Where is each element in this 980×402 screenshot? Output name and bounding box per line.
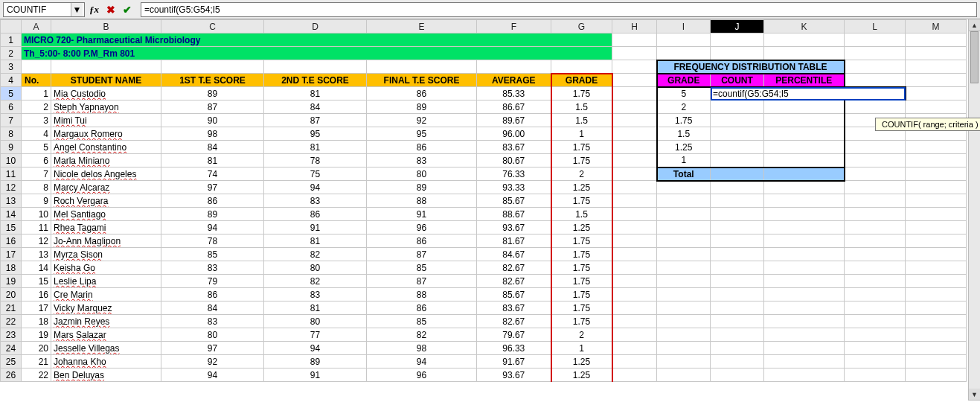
cell-G7[interactable]: 1.5: [551, 114, 612, 127]
cell-M3[interactable]: [906, 60, 967, 74]
cell-A7[interactable]: 3: [22, 114, 51, 127]
cell-H11[interactable]: [612, 168, 657, 181]
cell-E19[interactable]: 87: [367, 275, 477, 288]
cell-M17[interactable]: [906, 248, 967, 261]
cell-F5[interactable]: 85.33: [477, 87, 551, 100]
cell-K26[interactable]: [764, 368, 845, 382]
cancel-icon[interactable]: ✖: [105, 4, 117, 16]
cell-F17[interactable]: 84.67: [477, 248, 551, 261]
cell-C4[interactable]: 1ST T.E SCORE: [161, 74, 264, 87]
cell-G3[interactable]: [551, 60, 612, 74]
cell-B3[interactable]: [51, 60, 161, 74]
cell-D14[interactable]: 86: [264, 208, 367, 221]
cell-E20[interactable]: 88: [367, 288, 477, 302]
cell-H15[interactable]: [612, 221, 657, 234]
cell-E18[interactable]: 85: [367, 261, 477, 275]
cell-J19[interactable]: [711, 275, 764, 288]
cell-C21[interactable]: 84: [161, 302, 264, 315]
cell-E10[interactable]: 83: [367, 154, 477, 168]
cell-M18[interactable]: [906, 261, 967, 275]
cell-F14[interactable]: 88.67: [477, 208, 551, 221]
cell-I23[interactable]: [657, 328, 711, 342]
cell-M25[interactable]: [906, 355, 967, 368]
cell-C7[interactable]: 90: [161, 114, 264, 127]
cell-K2[interactable]: [764, 47, 845, 60]
cell-G18[interactable]: 1.75: [551, 261, 612, 275]
cell-I12[interactable]: [657, 181, 711, 194]
cell-G15[interactable]: 1.25: [551, 221, 612, 234]
cell-D6[interactable]: 84: [264, 100, 367, 114]
cell-A24[interactable]: 20: [22, 342, 51, 355]
cell-B5[interactable]: Mia Custodio: [51, 87, 161, 100]
cell-J17[interactable]: [711, 248, 764, 261]
cell-D7[interactable]: 87: [264, 114, 367, 127]
cell-B9[interactable]: Angel Constantino: [51, 141, 161, 154]
cell-H19[interactable]: [612, 275, 657, 288]
cell-D16[interactable]: 81: [264, 234, 367, 248]
cell-K18[interactable]: [764, 261, 845, 275]
cell-K11[interactable]: [764, 168, 845, 181]
cell-J5[interactable]: =countif(G5:G54;I5: [711, 87, 906, 100]
cell-I18[interactable]: [657, 261, 711, 275]
cell-M23[interactable]: [906, 328, 967, 342]
cell-B19[interactable]: Leslie Lipa: [51, 275, 161, 288]
cell-J4[interactable]: COUNT: [711, 74, 764, 87]
cell-J14[interactable]: [711, 208, 764, 221]
cell-M20[interactable]: [906, 288, 967, 302]
spreadsheet-grid[interactable]: ABCDEFGHIJKLM 1MICRO 720- Pharmaceutical…: [0, 19, 967, 382]
cell-F9[interactable]: 83.67: [477, 141, 551, 154]
cell-M14[interactable]: [906, 208, 967, 221]
cell-C23[interactable]: 80: [161, 328, 264, 342]
cell-H3[interactable]: [612, 60, 657, 74]
row-header-10[interactable]: 10: [1, 154, 22, 168]
cell-G23[interactable]: 2: [551, 328, 612, 342]
cell-G9[interactable]: 1.75: [551, 141, 612, 154]
cell-A8[interactable]: 4: [22, 127, 51, 141]
cell-L25[interactable]: [845, 355, 906, 368]
cell-C13[interactable]: 86: [161, 194, 264, 208]
cell-L24[interactable]: [845, 342, 906, 355]
cell-F12[interactable]: 93.33: [477, 181, 551, 194]
cell-A4[interactable]: No.: [22, 74, 51, 87]
cell-I3[interactable]: FREQUENCY DISTRIBUTION TABLE: [657, 60, 845, 74]
cell-C10[interactable]: 81: [161, 154, 264, 168]
cell-H21[interactable]: [612, 302, 657, 315]
cell-M1[interactable]: [906, 34, 967, 47]
cell-H2[interactable]: [612, 47, 657, 60]
cell-H13[interactable]: [612, 194, 657, 208]
cell-M9[interactable]: [906, 141, 967, 154]
cell-L2[interactable]: [845, 47, 906, 60]
corner-cell[interactable]: [1, 20, 22, 34]
cell-E13[interactable]: 88: [367, 194, 477, 208]
cell-E6[interactable]: 89: [367, 100, 477, 114]
cell-B25[interactable]: Johanna Kho: [51, 355, 161, 368]
cell-I17[interactable]: [657, 248, 711, 261]
cell-F25[interactable]: 91.67: [477, 355, 551, 368]
vertical-scrollbar[interactable]: ▲ ▼: [968, 19, 980, 401]
cell-D26[interactable]: 91: [264, 368, 367, 382]
row-header-1[interactable]: 1: [1, 34, 22, 47]
cell-A23[interactable]: 19: [22, 328, 51, 342]
row-header-16[interactable]: 16: [1, 234, 22, 248]
cell-C5[interactable]: 89: [161, 87, 264, 100]
cell-K7[interactable]: [764, 114, 845, 127]
cell-K19[interactable]: [764, 275, 845, 288]
cell-E26[interactable]: 96: [367, 368, 477, 382]
cell-K20[interactable]: [764, 288, 845, 302]
cell-B12[interactable]: Marcy Alcaraz: [51, 181, 161, 194]
cell-H4[interactable]: [612, 74, 657, 87]
cell-E11[interactable]: 80: [367, 168, 477, 181]
row-header-22[interactable]: 22: [1, 315, 22, 328]
cell-J11[interactable]: [711, 168, 764, 181]
cell-A9[interactable]: 5: [22, 141, 51, 154]
cell-I1[interactable]: [657, 34, 711, 47]
cell-A25[interactable]: 21: [22, 355, 51, 368]
cell-G13[interactable]: 1.75: [551, 194, 612, 208]
cell-C17[interactable]: 85: [161, 248, 264, 261]
cell-G12[interactable]: 1.25: [551, 181, 612, 194]
cell-B23[interactable]: Mars Salazar: [51, 328, 161, 342]
cell-M10[interactable]: [906, 154, 967, 168]
cell-J23[interactable]: [711, 328, 764, 342]
cell-L14[interactable]: [845, 208, 906, 221]
row-header-20[interactable]: 20: [1, 288, 22, 302]
